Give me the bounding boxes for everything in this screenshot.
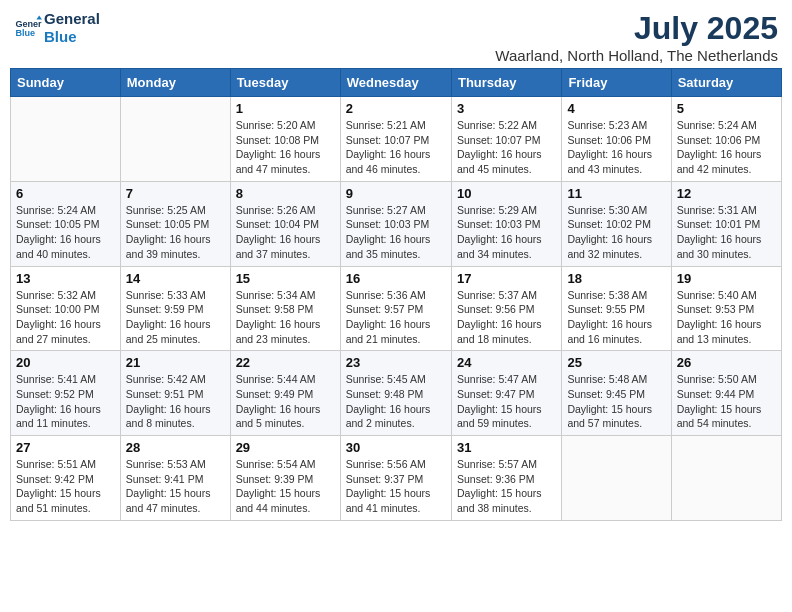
calendar-cell: 17Sunrise: 5:37 AM Sunset: 9:56 PM Dayli… <box>451 266 561 351</box>
cell-content: Sunrise: 5:47 AM Sunset: 9:47 PM Dayligh… <box>457 372 556 431</box>
day-header-friday: Friday <box>562 69 671 97</box>
day-number: 21 <box>126 355 225 370</box>
calendar-week-row: 1Sunrise: 5:20 AM Sunset: 10:08 PM Dayli… <box>11 97 782 182</box>
logo: General Blue General Blue <box>14 10 100 46</box>
day-number: 27 <box>16 440 115 455</box>
calendar-cell: 19Sunrise: 5:40 AM Sunset: 9:53 PM Dayli… <box>671 266 781 351</box>
calendar-cell: 27Sunrise: 5:51 AM Sunset: 9:42 PM Dayli… <box>11 436 121 521</box>
cell-content: Sunrise: 5:53 AM Sunset: 9:41 PM Dayligh… <box>126 457 225 516</box>
day-number: 6 <box>16 186 115 201</box>
calendar-cell <box>120 97 230 182</box>
page-header: General Blue General Blue July 2025 Waar… <box>10 10 782 64</box>
day-number: 22 <box>236 355 335 370</box>
calendar-cell: 21Sunrise: 5:42 AM Sunset: 9:51 PM Dayli… <box>120 351 230 436</box>
calendar-cell: 11Sunrise: 5:30 AM Sunset: 10:02 PM Dayl… <box>562 181 671 266</box>
day-number: 3 <box>457 101 556 116</box>
calendar-week-row: 6Sunrise: 5:24 AM Sunset: 10:05 PM Dayli… <box>11 181 782 266</box>
cell-content: Sunrise: 5:57 AM Sunset: 9:36 PM Dayligh… <box>457 457 556 516</box>
cell-content: Sunrise: 5:26 AM Sunset: 10:04 PM Daylig… <box>236 203 335 262</box>
cell-content: Sunrise: 5:45 AM Sunset: 9:48 PM Dayligh… <box>346 372 446 431</box>
day-number: 1 <box>236 101 335 116</box>
day-number: 4 <box>567 101 665 116</box>
day-number: 2 <box>346 101 446 116</box>
calendar-table: SundayMondayTuesdayWednesdayThursdayFrid… <box>10 68 782 521</box>
calendar-cell: 26Sunrise: 5:50 AM Sunset: 9:44 PM Dayli… <box>671 351 781 436</box>
calendar-week-row: 13Sunrise: 5:32 AM Sunset: 10:00 PM Dayl… <box>11 266 782 351</box>
calendar-cell: 13Sunrise: 5:32 AM Sunset: 10:00 PM Dayl… <box>11 266 121 351</box>
day-number: 5 <box>677 101 776 116</box>
day-number: 20 <box>16 355 115 370</box>
day-number: 19 <box>677 271 776 286</box>
day-number: 9 <box>346 186 446 201</box>
calendar-cell: 31Sunrise: 5:57 AM Sunset: 9:36 PM Dayli… <box>451 436 561 521</box>
calendar-cell: 28Sunrise: 5:53 AM Sunset: 9:41 PM Dayli… <box>120 436 230 521</box>
calendar-cell: 18Sunrise: 5:38 AM Sunset: 9:55 PM Dayli… <box>562 266 671 351</box>
day-number: 28 <box>126 440 225 455</box>
cell-content: Sunrise: 5:37 AM Sunset: 9:56 PM Dayligh… <box>457 288 556 347</box>
day-number: 10 <box>457 186 556 201</box>
calendar-cell <box>11 97 121 182</box>
day-number: 7 <box>126 186 225 201</box>
cell-content: Sunrise: 5:24 AM Sunset: 10:05 PM Daylig… <box>16 203 115 262</box>
day-number: 8 <box>236 186 335 201</box>
day-number: 30 <box>346 440 446 455</box>
cell-content: Sunrise: 5:50 AM Sunset: 9:44 PM Dayligh… <box>677 372 776 431</box>
day-number: 11 <box>567 186 665 201</box>
calendar-week-row: 20Sunrise: 5:41 AM Sunset: 9:52 PM Dayli… <box>11 351 782 436</box>
cell-content: Sunrise: 5:56 AM Sunset: 9:37 PM Dayligh… <box>346 457 446 516</box>
calendar-cell: 1Sunrise: 5:20 AM Sunset: 10:08 PM Dayli… <box>230 97 340 182</box>
cell-content: Sunrise: 5:36 AM Sunset: 9:57 PM Dayligh… <box>346 288 446 347</box>
day-header-wednesday: Wednesday <box>340 69 451 97</box>
cell-content: Sunrise: 5:54 AM Sunset: 9:39 PM Dayligh… <box>236 457 335 516</box>
day-number: 12 <box>677 186 776 201</box>
svg-marker-3 <box>36 15 42 19</box>
calendar-cell: 5Sunrise: 5:24 AM Sunset: 10:06 PM Dayli… <box>671 97 781 182</box>
calendar-cell: 4Sunrise: 5:23 AM Sunset: 10:06 PM Dayli… <box>562 97 671 182</box>
day-number: 16 <box>346 271 446 286</box>
logo-general: General <box>44 10 100 28</box>
cell-content: Sunrise: 5:32 AM Sunset: 10:00 PM Daylig… <box>16 288 115 347</box>
calendar-cell: 29Sunrise: 5:54 AM Sunset: 9:39 PM Dayli… <box>230 436 340 521</box>
cell-content: Sunrise: 5:20 AM Sunset: 10:08 PM Daylig… <box>236 118 335 177</box>
cell-content: Sunrise: 5:30 AM Sunset: 10:02 PM Daylig… <box>567 203 665 262</box>
calendar-cell: 30Sunrise: 5:56 AM Sunset: 9:37 PM Dayli… <box>340 436 451 521</box>
day-number: 26 <box>677 355 776 370</box>
svg-text:Blue: Blue <box>15 28 35 38</box>
calendar-cell: 20Sunrise: 5:41 AM Sunset: 9:52 PM Dayli… <box>11 351 121 436</box>
day-number: 13 <box>16 271 115 286</box>
calendar-cell: 14Sunrise: 5:33 AM Sunset: 9:59 PM Dayli… <box>120 266 230 351</box>
cell-content: Sunrise: 5:27 AM Sunset: 10:03 PM Daylig… <box>346 203 446 262</box>
cell-content: Sunrise: 5:24 AM Sunset: 10:06 PM Daylig… <box>677 118 776 177</box>
month-year-title: July 2025 <box>495 10 778 47</box>
calendar-cell: 7Sunrise: 5:25 AM Sunset: 10:05 PM Dayli… <box>120 181 230 266</box>
logo-blue: Blue <box>44 28 100 46</box>
cell-content: Sunrise: 5:29 AM Sunset: 10:03 PM Daylig… <box>457 203 556 262</box>
calendar-cell: 2Sunrise: 5:21 AM Sunset: 10:07 PM Dayli… <box>340 97 451 182</box>
calendar-header-row: SundayMondayTuesdayWednesdayThursdayFrid… <box>11 69 782 97</box>
day-number: 23 <box>346 355 446 370</box>
cell-content: Sunrise: 5:23 AM Sunset: 10:06 PM Daylig… <box>567 118 665 177</box>
cell-content: Sunrise: 5:44 AM Sunset: 9:49 PM Dayligh… <box>236 372 335 431</box>
day-number: 18 <box>567 271 665 286</box>
calendar-cell: 12Sunrise: 5:31 AM Sunset: 10:01 PM Dayl… <box>671 181 781 266</box>
day-number: 15 <box>236 271 335 286</box>
day-number: 24 <box>457 355 556 370</box>
day-header-monday: Monday <box>120 69 230 97</box>
day-header-tuesday: Tuesday <box>230 69 340 97</box>
cell-content: Sunrise: 5:42 AM Sunset: 9:51 PM Dayligh… <box>126 372 225 431</box>
cell-content: Sunrise: 5:22 AM Sunset: 10:07 PM Daylig… <box>457 118 556 177</box>
cell-content: Sunrise: 5:40 AM Sunset: 9:53 PM Dayligh… <box>677 288 776 347</box>
logo-icon: General Blue <box>14 14 42 42</box>
day-header-sunday: Sunday <box>11 69 121 97</box>
cell-content: Sunrise: 5:41 AM Sunset: 9:52 PM Dayligh… <box>16 372 115 431</box>
cell-content: Sunrise: 5:34 AM Sunset: 9:58 PM Dayligh… <box>236 288 335 347</box>
day-header-thursday: Thursday <box>451 69 561 97</box>
calendar-cell: 16Sunrise: 5:36 AM Sunset: 9:57 PM Dayli… <box>340 266 451 351</box>
calendar-cell: 22Sunrise: 5:44 AM Sunset: 9:49 PM Dayli… <box>230 351 340 436</box>
day-number: 25 <box>567 355 665 370</box>
calendar-cell <box>562 436 671 521</box>
day-number: 31 <box>457 440 556 455</box>
cell-content: Sunrise: 5:51 AM Sunset: 9:42 PM Dayligh… <box>16 457 115 516</box>
calendar-cell: 3Sunrise: 5:22 AM Sunset: 10:07 PM Dayli… <box>451 97 561 182</box>
cell-content: Sunrise: 5:33 AM Sunset: 9:59 PM Dayligh… <box>126 288 225 347</box>
